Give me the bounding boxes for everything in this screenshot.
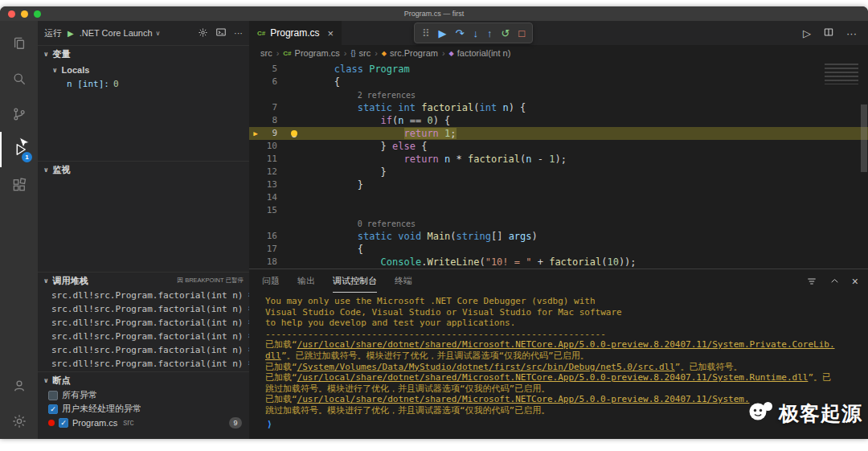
call-stack-frame[interactable]: src.dll!src.Program.factorial(int n) 行 xyxy=(38,316,249,330)
step-into-button[interactable]: ↓ xyxy=(473,28,478,39)
code-editor[interactable]: 5 class Program6 {2 references7 static i… xyxy=(249,61,868,269)
breakpoints-title: 断点 xyxy=(53,375,71,387)
variable-row[interactable]: n [int]:0 xyxy=(38,75,249,89)
code-line: 18 Console.WriteLine("10! = " + factoria… xyxy=(249,256,868,269)
line-number: 13 xyxy=(262,178,288,191)
code-line: 8 if(n == 0) { xyxy=(249,114,868,127)
continue-button[interactable]: ▶ xyxy=(439,28,447,39)
minimize-window-button[interactable] xyxy=(21,10,28,18)
debug-current-line-arrow-icon: ▶ xyxy=(249,127,262,140)
codelens-references[interactable]: 0 references xyxy=(358,218,416,231)
source-control-icon[interactable] xyxy=(0,96,38,132)
window-title: Program.cs — first xyxy=(0,10,868,18)
watermark-logo-icon xyxy=(747,400,773,427)
locals-scope[interactable]: ∨ Locals xyxy=(38,62,249,75)
line-number: 15 xyxy=(262,204,288,217)
step-over-button[interactable]: ↷ xyxy=(456,28,465,39)
codelens-references[interactable]: 2 references xyxy=(358,89,416,102)
panel-tab-debug-console[interactable]: 调试控制台 xyxy=(333,269,377,293)
editor-actions: ▷ ··· xyxy=(803,21,868,45)
panel-tab-terminal[interactable]: 终端 xyxy=(395,269,412,293)
split-editor-icon[interactable] xyxy=(823,27,834,40)
codelens-row: 2 references xyxy=(249,88,868,101)
account-icon[interactable] xyxy=(0,368,38,404)
code-line: 7 static int factorial(int n) { xyxy=(249,101,868,114)
panel-actions: × xyxy=(806,269,858,293)
output-actions-icon[interactable] xyxy=(806,276,817,287)
console-line: You may only use the Microsoft .NET Core… xyxy=(265,296,868,307)
more-actions-icon[interactable]: ··· xyxy=(234,28,243,38)
run-file-button[interactable]: ▷ xyxy=(803,27,811,39)
call-stack-frame[interactable]: src.dll!src.Program.factorial(int n) 行 xyxy=(38,343,249,357)
breakpoint-path: src xyxy=(123,418,133,427)
chevron-down-icon: ∨ xyxy=(52,67,58,74)
breadcrumb-item[interactable]: {}src xyxy=(351,48,371,58)
breadcrumb-item[interactable]: ◆src.Program xyxy=(382,48,438,58)
breakpoints-section-header[interactable]: ∨ 断点 xyxy=(38,371,249,388)
breakpoints-section: ∨ 断点 所有异常✓用户未经处理的异常✓Program.cssrc9 xyxy=(38,371,249,439)
breakpoint-checkbox[interactable]: ✓ xyxy=(59,418,68,428)
line-number: 18 xyxy=(262,256,288,269)
code-line: 15 xyxy=(249,204,868,217)
settings-gear-icon[interactable] xyxy=(0,404,38,439)
breadcrumb-item[interactable]: ◆factorial(int n) xyxy=(449,48,511,58)
call-stack-section-header[interactable]: ∨ 调用堆栈 因 BREAKPOINT 已暂停 xyxy=(38,272,249,289)
variable-name: n [int]: xyxy=(67,79,109,89)
close-tab-icon[interactable]: × xyxy=(328,27,334,39)
search-icon[interactable] xyxy=(0,61,38,96)
line-number: 10 xyxy=(262,140,288,153)
code-line: ▶9 return 1; xyxy=(249,127,868,140)
breadcrumb: src›C#Program.cs›{}src›◆src.Program›◆fac… xyxy=(249,45,868,61)
breakpoint-checkbox[interactable] xyxy=(48,391,58,400)
editor-scrollbar[interactable] xyxy=(861,105,867,172)
close-panel-icon[interactable]: × xyxy=(852,275,858,288)
console-line: 已加载“/usr/local/share/dotnet/shared/Micro… xyxy=(265,372,868,383)
explorer-icon[interactable] xyxy=(0,26,38,61)
lightbulb-icon[interactable] xyxy=(291,130,297,137)
watch-section-header[interactable]: ∨ 监视 xyxy=(38,161,249,178)
panel-tab-problems[interactable]: 问题 xyxy=(262,269,280,293)
breakpoint-item[interactable]: ✓Program.cssrc9 xyxy=(38,416,249,429)
breadcrumb-item[interactable]: src xyxy=(260,48,272,58)
breakpoint-item[interactable]: 所有异常 xyxy=(38,388,249,402)
breakpoint-checkbox[interactable]: ✓ xyxy=(48,404,58,414)
minimap[interactable] xyxy=(825,64,858,84)
console-file-link[interactable]: /usr/local/share/dotnet/shared/Microsoft… xyxy=(297,339,835,350)
call-stack-frame[interactable]: src.dll!src.Program.factorial(int n) 行 xyxy=(38,289,249,302)
launch-config-dropdown[interactable]: .NET Core Launch ∨ xyxy=(80,28,161,38)
call-stack-frame[interactable]: src.dll!src.Program.factorial(int n) 行 xyxy=(38,357,249,371)
stop-button[interactable]: □ xyxy=(518,28,525,39)
variable-value: 0 xyxy=(113,79,119,89)
console-file-link[interactable]: /System/Volumes/Data/MyStudio/dotnet/fir… xyxy=(297,362,675,372)
breakpoint-dot-icon xyxy=(48,420,55,426)
console-file-link[interactable]: /usr/local/share/dotnet/shared/Microsoft… xyxy=(297,394,750,404)
maximize-panel-icon[interactable] xyxy=(829,276,840,286)
call-stack-frame[interactable]: src.dll!src.Program.factorial(int n) 行 xyxy=(38,302,249,316)
close-window-button[interactable] xyxy=(8,10,15,18)
zoom-window-button[interactable] xyxy=(34,10,41,18)
configure-gear-icon[interactable] xyxy=(198,27,208,39)
more-actions-icon[interactable]: ··· xyxy=(846,27,857,39)
breadcrumb-item[interactable]: C#Program.cs xyxy=(283,48,339,58)
call-stack-frame[interactable]: src.dll!src.Program.factorial(int n) 行 xyxy=(38,330,249,343)
debug-console-panel-icon[interactable] xyxy=(215,27,227,39)
code-lines: 5 class Program6 {2 references7 static i… xyxy=(249,63,868,269)
console-file-link[interactable]: dll xyxy=(265,351,281,361)
extensions-icon[interactable] xyxy=(0,167,38,203)
editor-tab-program-cs[interactable]: C# Program.cs × xyxy=(249,21,342,45)
variables-section-header[interactable]: ∨ 变量 xyxy=(38,45,249,62)
step-out-button[interactable]: ↑ xyxy=(487,28,493,39)
breakpoint-item[interactable]: ✓用户未经处理的异常 xyxy=(38,402,249,416)
start-debugging-button[interactable]: ▶ xyxy=(68,29,74,38)
call-stack-title: 调用堆栈 xyxy=(53,275,88,287)
restart-button[interactable]: ↺ xyxy=(501,28,510,39)
breadcrumb-separator-icon: › xyxy=(375,48,378,58)
chevron-down-icon: ∨ xyxy=(43,377,49,384)
code-line: 6 { xyxy=(249,76,868,88)
paused-status-badge: 因 BREAKPOINT 已暂停 xyxy=(178,277,244,285)
panel-tab-output[interactable]: 输出 xyxy=(297,269,315,293)
csharp-file-icon: C# xyxy=(257,30,265,37)
line-number: 9 xyxy=(262,127,288,140)
console-file-link[interactable]: /usr/local/share/dotnet/shared/Microsoft… xyxy=(297,372,809,383)
toolbar-drag-handle-icon[interactable]: ⠿ xyxy=(422,28,430,39)
